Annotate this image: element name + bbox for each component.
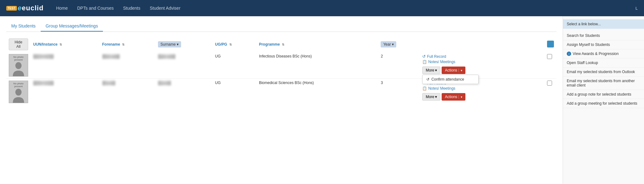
student-forename-2: Fname: [100, 79, 155, 105]
photo-placeholder-1: No photo present: [9, 54, 28, 77]
student-uun-2: s7654321/1: [31, 79, 100, 105]
nav-home[interactable]: Home: [56, 6, 68, 11]
notes-icon-1: 📋: [422, 60, 427, 64]
year-filter-button[interactable]: Year ▾: [381, 41, 396, 47]
tab-group-messages[interactable]: Group Messages/Meetings: [41, 21, 103, 32]
nav-links: Home DPTs and Courses Students Student A…: [56, 6, 180, 11]
sidebar-link-email-outlook[interactable]: Email my selected students from Outlook: [563, 67, 644, 77]
svg-point-0: [15, 62, 22, 69]
col-header-uun: UUN/Instance ⇅: [31, 37, 100, 52]
tab-my-students[interactable]: My Students: [6, 21, 41, 32]
nav-students[interactable]: Students: [123, 6, 140, 11]
col-header-forename: Forename ⇅: [100, 37, 155, 52]
actions-caret-icon-2: ▾: [459, 95, 462, 99]
sidebar-link-view-awards[interactable]: i View Awards & Progression: [563, 49, 644, 58]
year-caret-icon: ▾: [392, 42, 394, 47]
col-header-actions: [420, 37, 545, 52]
nav-dpts[interactable]: DPTs and Courses: [77, 6, 114, 11]
student-ugpg-2: UG: [212, 79, 256, 105]
silhouette-icon-1: [12, 61, 25, 76]
actions-button-1[interactable]: Actions ▾: [442, 67, 465, 74]
full-record-link-1[interactable]: ↺ Full Record: [422, 54, 542, 59]
sidebar-link-assign-myself[interactable]: Assign Myself to Students: [563, 40, 644, 49]
col-header-photo: Hide All: [6, 37, 31, 52]
more-caret-icon-2: ▾: [435, 95, 437, 99]
hide-all-button[interactable]: Hide All: [9, 38, 28, 50]
sidebar-title: Select a link below...: [563, 19, 644, 29]
info-icon-awards: i: [567, 52, 571, 56]
student-table: Hide All UUN/Instance ⇅ Forename ⇅ Surna…: [6, 37, 556, 105]
logo-area: TEST eeuclid: [6, 4, 43, 12]
no-photo-label-2: No photo present: [9, 82, 28, 88]
student-photo-cell-1: No photo present: [6, 52, 31, 79]
sidebar-link-search-students[interactable]: Search for Students: [563, 31, 644, 40]
ugpg-sort-icon[interactable]: ⇅: [229, 43, 232, 46]
more-button-2[interactable]: More ▾: [422, 93, 440, 101]
student-year-2: 3: [378, 79, 420, 105]
sidebar-link-add-group-meeting[interactable]: Add a group meeting for selected student…: [563, 99, 644, 108]
logo-text: eeuclid: [18, 4, 44, 12]
right-sidebar: Select a link below... Search for Studen…: [563, 16, 644, 184]
silhouette-icon-2: [12, 88, 25, 103]
top-navigation: TEST eeuclid Home DPTs and Courses Stude…: [0, 0, 644, 16]
student-surname-2: Lname: [155, 79, 213, 105]
student-photo-cell-2: No photo present: [6, 79, 31, 105]
student-year-1: 2: [378, 52, 420, 79]
tabs: My Students Group Messages/Meetings: [6, 21, 556, 32]
student-actions-cell-1: ↺ Full Record 📋 Notes/ Meetings More ▾: [420, 52, 545, 79]
student-forename-1: Firstname: [100, 52, 155, 79]
select-all-checkbox[interactable]: [547, 41, 554, 47]
btn-group-1: More ▾ Actions ▾ ↺: [422, 67, 542, 74]
forename-sort-icon[interactable]: ⇅: [122, 43, 124, 46]
more-caret-icon-1: ▾: [435, 68, 437, 72]
no-photo-label-1: No photo present: [9, 56, 28, 61]
confirm-icon-1: ↺: [426, 77, 429, 82]
col-header-surname: Surname ▾: [155, 37, 213, 52]
table-row: No photo present s1234567/1 Firstname: [6, 52, 556, 79]
student-uun-1: s1234567/1: [31, 52, 100, 79]
full-record-icon-1: ↺: [422, 54, 426, 59]
more-button-1[interactable]: More ▾: [422, 67, 440, 74]
programme-sort-icon[interactable]: ⇅: [282, 43, 284, 46]
sidebar-link-add-group-note[interactable]: Add a group note for selected students: [563, 90, 644, 99]
notes-icon-2: 📋: [422, 86, 427, 91]
sidebar-link-email-other[interactable]: Email my selected students from another …: [563, 77, 644, 90]
student-surname-1: Lastname: [155, 52, 213, 79]
notes-meetings-link-1[interactable]: 📋 Notes/ Meetings: [422, 60, 542, 64]
nav-user: L: [636, 6, 638, 11]
uun-sort-icon[interactable]: ⇅: [59, 43, 62, 46]
surname-caret-icon: ▾: [177, 42, 179, 47]
surname-filter-button[interactable]: Surname ▾: [158, 41, 181, 47]
sidebar-link-open-staff[interactable]: Open Staff Lookup: [563, 58, 644, 67]
btn-group-2: More ▾ Actions ▾: [422, 93, 542, 101]
nav-student-adviser[interactable]: Student Adviser: [150, 6, 180, 11]
action-links-1: ↺ Full Record 📋 Notes/ Meetings More ▾: [422, 54, 542, 74]
col-header-checkbox[interactable]: [545, 37, 556, 52]
row-checkbox-1[interactable]: [547, 54, 552, 59]
col-header-programme: Programme ⇅: [256, 37, 378, 52]
student-checkbox-2[interactable]: [545, 79, 556, 105]
col-header-ugpg: UG/PG ⇅: [212, 37, 256, 52]
student-ugpg-1: UG: [212, 52, 256, 79]
col-header-year: Year ▾: [378, 37, 420, 52]
notes-meetings-link-2[interactable]: 📋 Notes/ Meetings: [422, 86, 542, 91]
student-programme-1: Infectious Diseases BSc (Hons): [256, 52, 378, 79]
actions-dropdown-1: ↺ Confirm attendance: [422, 75, 479, 84]
photo-placeholder-2: No photo present: [9, 81, 28, 103]
actions-button-2[interactable]: Actions ▾: [442, 93, 465, 101]
row-checkbox-2[interactable]: [547, 81, 552, 86]
content-area: My Students Group Messages/Meetings Hide…: [0, 16, 563, 184]
svg-point-1: [15, 89, 22, 96]
confirm-attendance-item-1[interactable]: ↺ Confirm attendance: [423, 75, 478, 84]
actions-caret-icon-1: ▾: [459, 69, 462, 72]
student-programme-2: Biomedical Sciences BSc (Hons): [256, 79, 378, 105]
main-container: My Students Group Messages/Meetings Hide…: [0, 16, 644, 184]
student-checkbox-1[interactable]: [545, 52, 556, 79]
test-badge: TEST: [6, 6, 17, 11]
